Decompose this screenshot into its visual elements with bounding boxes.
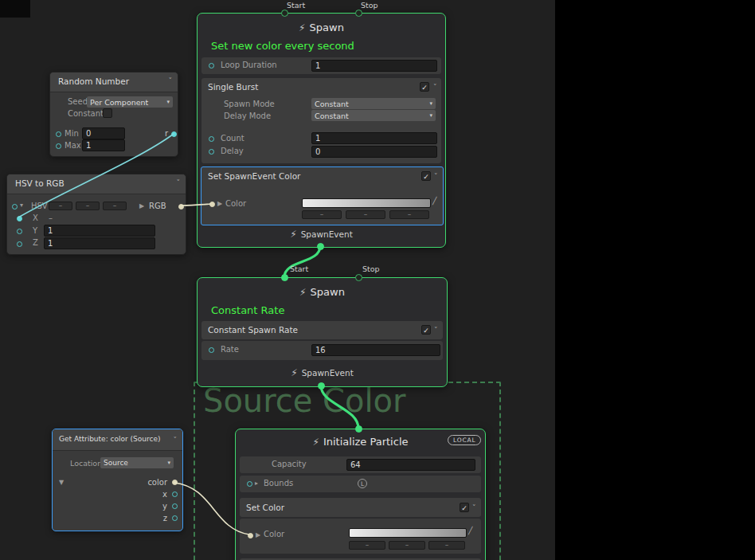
delay-mode-dropdown[interactable]: Constant ▾ xyxy=(311,110,436,121)
block-set-spawnevent-color[interactable]: Set SpawnEvent Color ✓ ˅ ▶ Color ╱ – – – xyxy=(201,166,444,225)
bounds-row[interactable]: ▸ Bounds L xyxy=(240,476,481,492)
context-subtitle[interactable]: Set new color every second xyxy=(211,40,354,52)
block-title: Single Burst xyxy=(208,82,258,92)
spawn-mode-value: Constant xyxy=(315,100,349,108)
color-input-port[interactable] xyxy=(209,202,215,207)
initialize-input-port[interactable] xyxy=(355,425,362,433)
location-dropdown[interactable]: Source ▾ xyxy=(100,457,174,468)
color-x-mini-field[interactable]: – xyxy=(349,541,385,550)
hsv-x-port[interactable] xyxy=(17,216,22,221)
block-set-color[interactable]: Set Color ✓ ˅ xyxy=(240,498,481,517)
chevron-down-icon[interactable]: ˅ xyxy=(177,178,181,186)
spawn-mode-dropdown[interactable]: Constant ▾ xyxy=(311,98,436,109)
block-single-burst[interactable]: Single Burst ✓ ˅ Spawn Mode Constant ▾ D… xyxy=(201,78,441,163)
dropdown-arrow-icon: ▾ xyxy=(167,460,170,466)
constant-spawn-rate-checkbox[interactable]: ✓ xyxy=(421,325,431,335)
node-random-number[interactable]: Random Number ˅ Seed Per Component ▾ Con… xyxy=(49,72,178,157)
hsv-y-mini-field[interactable]: – xyxy=(76,202,100,210)
group-title[interactable]: Source Color xyxy=(203,382,406,419)
delay-field[interactable]: 0 xyxy=(311,146,437,158)
hsv-input-port[interactable] xyxy=(12,204,18,210)
capacity-row[interactable]: Capacity 64 xyxy=(240,456,481,473)
chevron-down-icon[interactable]: ˅ xyxy=(434,172,438,180)
rgb-output-label: RGB xyxy=(149,202,166,210)
color-input-port[interactable] xyxy=(248,533,253,538)
hsv-x-mini-field[interactable]: – xyxy=(49,202,72,210)
rate-port[interactable] xyxy=(209,347,214,353)
context-spawn-2[interactable]: ⚡Spawn Constant Rate Constant Spawn Rate… xyxy=(197,277,448,387)
loop-duration-field[interactable]: 1 xyxy=(311,60,437,72)
hsv-z-mini-field[interactable]: – xyxy=(103,202,127,210)
right-black-panel xyxy=(555,0,755,560)
node-get-attribute-color[interactable]: Get Attribute: color (Source) ˅ Location… xyxy=(52,429,183,531)
max-field[interactable]: 1 xyxy=(82,139,125,151)
spawn1-spawnevent-port[interactable] xyxy=(317,243,324,250)
hsv-y-port[interactable] xyxy=(17,229,22,234)
hsv-z-port[interactable] xyxy=(17,241,22,247)
spawnevent-label: SpawnEvent xyxy=(301,229,353,239)
rate-row[interactable]: Rate 16 xyxy=(201,341,443,360)
single-burst-checkbox[interactable]: ✓ xyxy=(420,82,429,92)
spawn1-stop-port[interactable] xyxy=(355,10,362,17)
output-y-port[interactable] xyxy=(172,503,178,509)
count-port[interactable] xyxy=(209,136,214,142)
output-color-port[interactable] xyxy=(172,480,178,485)
chevron-down-icon[interactable]: ˅ xyxy=(472,503,476,511)
color-picker-icon[interactable]: ╱ xyxy=(432,197,436,205)
bounds-local-icon: L xyxy=(358,479,367,488)
spawn2-stop-port[interactable] xyxy=(355,274,362,281)
block-constant-spawn-rate[interactable]: Constant Spawn Rate ✓ ˅ xyxy=(201,321,443,339)
color-row[interactable]: ▶ Color ╱ – – – xyxy=(240,519,481,554)
output-z-port[interactable] xyxy=(172,515,178,521)
context-spawn-1[interactable]: ⚡Spawn Set new color every second Loop D… xyxy=(197,13,446,248)
graph-canvas[interactable]: Source Color Random Number ˅ Seed Per Co… xyxy=(0,0,755,560)
delay-port[interactable] xyxy=(209,149,214,155)
color-gradient-field[interactable] xyxy=(302,198,431,208)
seed-dropdown[interactable]: Per Component ▾ xyxy=(87,96,173,108)
output-x-port[interactable] xyxy=(172,491,178,497)
top-left-black-box xyxy=(0,0,30,18)
chevron-down-icon[interactable]: ˅ xyxy=(434,326,438,334)
capacity-field[interactable]: 64 xyxy=(346,459,475,471)
block-loop-duration[interactable]: Loop Duration 1 xyxy=(201,57,441,74)
expander-icon[interactable]: ▼ xyxy=(59,479,64,486)
spawn2-start-port[interactable] xyxy=(281,274,288,281)
min-field[interactable]: 0 xyxy=(82,127,125,139)
color-x-mini-field[interactable]: – xyxy=(302,210,342,219)
expand-right-icon[interactable]: ▸ xyxy=(255,480,258,487)
count-field[interactable]: 1 xyxy=(311,132,437,144)
chevron-down-icon[interactable]: ˅ xyxy=(174,436,178,444)
loop-duration-label: Loop Duration xyxy=(221,61,277,69)
bounds-port[interactable] xyxy=(247,481,252,487)
chevron-down-icon[interactable]: ˅ xyxy=(169,76,173,84)
seed-dropdown-value: Per Component xyxy=(90,98,148,107)
rate-field[interactable]: 16 xyxy=(311,344,440,356)
max-label: Max xyxy=(65,141,81,150)
min-port[interactable] xyxy=(56,131,61,137)
spawn1-start-port[interactable] xyxy=(281,10,288,17)
dropdown-arrow-icon: ▾ xyxy=(166,99,170,105)
color-picker-icon[interactable]: ╱ xyxy=(468,527,472,535)
rgb-output-port[interactable] xyxy=(178,204,184,210)
spawn2-spawnevent-port[interactable] xyxy=(318,382,325,390)
context-initialize-particle[interactable]: ⚡Initialize Particle LOCAL Capacity 64 ▸… xyxy=(235,429,486,560)
hsv-y-field[interactable]: 1 xyxy=(44,225,155,237)
color-z-mini-field[interactable]: – xyxy=(428,541,465,550)
set-spawnevent-color-checkbox[interactable]: ✓ xyxy=(421,171,431,181)
color-y-mini-field[interactable]: – xyxy=(389,541,425,550)
constant-checkbox[interactable] xyxy=(103,108,112,118)
color-z-mini-field[interactable]: – xyxy=(389,210,429,219)
set-color-checkbox[interactable]: ✓ xyxy=(460,503,469,512)
hsv-z-field[interactable]: 1 xyxy=(44,237,155,249)
color-y-mini-field[interactable]: – xyxy=(346,210,385,219)
color-gradient-field[interactable] xyxy=(349,528,467,538)
random-output-port[interactable] xyxy=(171,131,177,137)
expand-down-icon[interactable]: ▾ xyxy=(20,202,23,209)
constant-label: Constant xyxy=(68,109,104,118)
context-subtitle[interactable]: Constant Rate xyxy=(211,304,284,316)
max-port[interactable] xyxy=(56,143,61,149)
chevron-down-icon[interactable]: ˅ xyxy=(433,83,437,91)
node-hsv-to-rgb[interactable]: HSV to RGB ˅ ▾ HSV – – – ▶ RGB X – Y 1 Z… xyxy=(6,174,186,255)
output-y-label: y xyxy=(129,502,167,511)
loop-duration-port[interactable] xyxy=(209,63,214,69)
